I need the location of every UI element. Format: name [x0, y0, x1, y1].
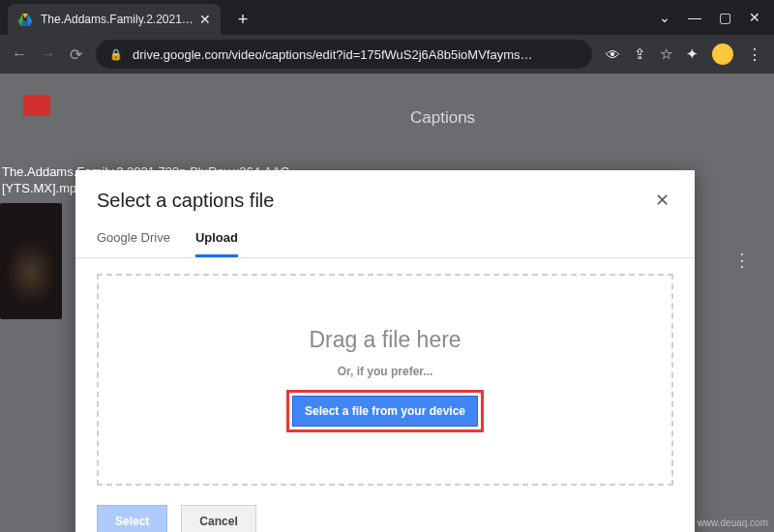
- modal-title: Select a captions file: [97, 190, 274, 212]
- svg-marker-2: [27, 14, 32, 21]
- video-thumbnail: [0, 203, 62, 319]
- star-icon[interactable]: ☆: [660, 45, 672, 63]
- modal-header: Select a captions file ✕: [75, 170, 695, 219]
- modal-footer: Select Cancel: [75, 495, 695, 532]
- forward-icon[interactable]: →: [41, 45, 56, 63]
- url-text: drive.google.com/video/captions/edit?id=…: [133, 47, 579, 62]
- film-icon: [23, 95, 50, 116]
- tab-title: The.Addams.Family.2.2021.720p.E: [41, 13, 194, 26]
- tab-close-icon[interactable]: ✕: [199, 12, 211, 27]
- select-file-button[interactable]: Select a file from your device: [292, 396, 478, 427]
- drive-favicon: [17, 12, 33, 27]
- prefer-instruction: Or, if you prefer...: [338, 365, 433, 378]
- window-titlebar: The.Addams.Family.2.2021.720p.E ✕ + ⌄ — …: [0, 0, 774, 35]
- page-content: The.Addams.Family.2.2021.720p.BluRay.x26…: [0, 74, 774, 532]
- svg-marker-3: [18, 14, 23, 21]
- window-controls: ⌄ — ▢ ✕: [659, 10, 774, 25]
- tab-upload[interactable]: Upload: [195, 230, 238, 257]
- eye-icon[interactable]: 👁: [606, 46, 620, 63]
- minimize-icon[interactable]: —: [688, 10, 701, 25]
- tab-google-drive[interactable]: Google Drive: [97, 230, 170, 257]
- chevron-down-icon[interactable]: ⌄: [659, 10, 670, 25]
- maximize-icon[interactable]: ▢: [719, 10, 731, 25]
- address-bar[interactable]: 🔒 drive.google.com/video/captions/edit?i…: [96, 40, 592, 69]
- watermark: www.deuaq.com: [698, 517, 768, 528]
- drag-instruction: Drag a file here: [309, 327, 461, 353]
- profile-avatar[interactable]: [712, 44, 733, 65]
- modal-close-icon[interactable]: ✕: [651, 186, 673, 215]
- back-icon[interactable]: ←: [12, 45, 27, 63]
- lock-icon: 🔒: [109, 48, 123, 61]
- upload-dropzone[interactable]: Drag a file here Or, if you prefer... Se…: [97, 274, 673, 486]
- browser-menu-icon[interactable]: ⋮: [747, 45, 762, 64]
- reload-icon[interactable]: ⟳: [70, 45, 82, 64]
- captions-heading: Captions: [410, 108, 475, 128]
- video-sidebar: The.Addams.Family.2.2021.720p.BluRay.x26…: [0, 95, 68, 319]
- more-options-icon[interactable]: ⋮: [733, 250, 751, 271]
- close-window-icon[interactable]: ✕: [749, 10, 760, 25]
- select-file-highlight: Select a file from your device: [286, 390, 484, 432]
- captions-modal: Select a captions file ✕ Google Drive Up…: [75, 170, 695, 532]
- cancel-button[interactable]: Cancel: [181, 505, 255, 532]
- select-button[interactable]: Select: [97, 505, 167, 532]
- extensions-icon[interactable]: ✦: [686, 45, 699, 63]
- share-icon[interactable]: ⇪: [634, 45, 646, 63]
- browser-tab[interactable]: The.Addams.Family.2.2021.720p.E ✕: [8, 4, 221, 35]
- svg-marker-1: [22, 14, 27, 18]
- video-file-name: The.Addams.Family.2.2021.720p.BluRay.x26…: [0, 164, 68, 197]
- modal-tabs: Google Drive Upload: [75, 219, 695, 258]
- new-tab-button[interactable]: +: [230, 7, 255, 32]
- browser-toolbar: ← → ⟳ 🔒 drive.google.com/video/captions/…: [0, 35, 774, 74]
